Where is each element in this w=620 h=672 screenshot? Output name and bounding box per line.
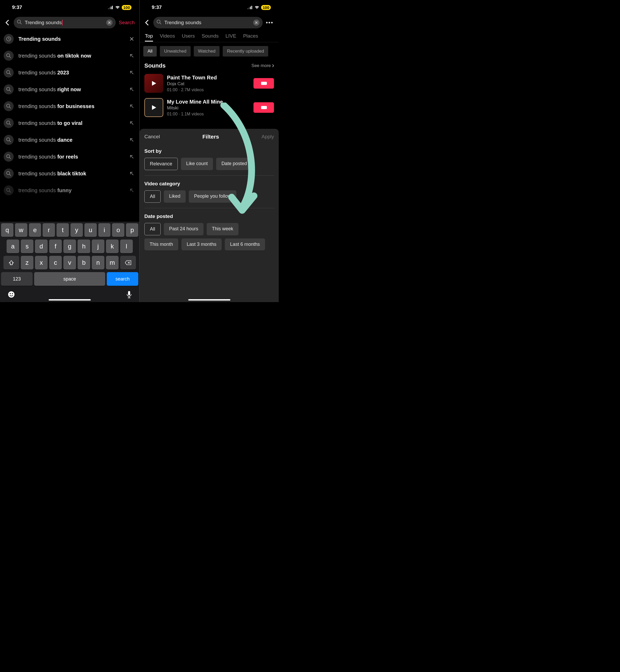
svg-point-9	[7, 70, 10, 73]
key-y[interactable]: y	[70, 223, 83, 237]
key-c[interactable]: c	[49, 256, 62, 269]
filter-chip[interactable]: Last 3 months	[182, 239, 222, 250]
battery-level: 100	[122, 5, 132, 10]
suggestion-item[interactable]: trending sounds on tiktok now	[4, 47, 136, 64]
suggestion-item[interactable]: Trending sounds	[4, 31, 136, 47]
insert-arrow-icon[interactable]	[128, 188, 136, 193]
remove-icon[interactable]	[128, 37, 136, 41]
cancel-button[interactable]: Cancel	[144, 134, 160, 140]
sound-thumbnail[interactable]	[144, 98, 163, 117]
key-u[interactable]: u	[85, 223, 97, 237]
home-indicator[interactable]	[188, 299, 230, 301]
key-n[interactable]: n	[92, 256, 104, 269]
key-k[interactable]: k	[106, 240, 118, 253]
insert-arrow-icon[interactable]	[128, 53, 136, 58]
suggestion-label: trending sounds 2023	[18, 70, 123, 76]
insert-arrow-icon[interactable]	[128, 171, 136, 176]
suggestion-item[interactable]: trending sounds to go viral	[4, 115, 136, 132]
search-input[interactable]: Trending sounds	[14, 17, 116, 29]
key-t[interactable]: t	[56, 223, 69, 237]
suggestion-item[interactable]: trending sounds funny	[4, 182, 136, 199]
see-more-button[interactable]: See more	[251, 63, 274, 68]
key-m[interactable]: m	[106, 256, 118, 269]
suggestion-item[interactable]: trending sounds black tiktok	[4, 165, 136, 182]
sound-item[interactable]: My Love Mine All MineMitski01:00 · 1.1M …	[140, 95, 279, 120]
filter-chip[interactable]: Like count	[181, 158, 213, 170]
emoji-icon[interactable]	[7, 291, 15, 300]
sound-item[interactable]: Paint The Town RedDoja Cat01:00 · 2.7M v…	[140, 71, 279, 95]
key-g[interactable]: g	[63, 240, 76, 253]
tab-places[interactable]: Places	[243, 33, 258, 39]
key-d[interactable]: d	[35, 240, 48, 253]
key-r[interactable]: r	[43, 223, 55, 237]
key-a[interactable]: a	[7, 240, 19, 253]
filter-chip[interactable]: This week	[207, 223, 239, 235]
numbers-key[interactable]: 123	[1, 272, 33, 286]
key-s[interactable]: s	[21, 240, 34, 253]
suggestion-item[interactable]: trending sounds 2023	[4, 64, 136, 81]
use-sound-button[interactable]	[254, 78, 274, 89]
key-l[interactable]: l	[120, 240, 133, 253]
filter-chip[interactable]: Last 6 months	[225, 239, 265, 250]
key-w[interactable]: w	[15, 223, 28, 237]
space-key[interactable]: space	[34, 272, 105, 286]
suggestion-label: trending sounds on tiktok now	[18, 53, 123, 59]
key-h[interactable]: h	[78, 240, 90, 253]
search-button[interactable]: Search	[119, 20, 136, 25]
shift-key[interactable]	[3, 256, 19, 269]
keyboard[interactable]: qwertyuiop asdfghjkl zxcvbnm 123 space s…	[0, 222, 139, 302]
apply-button[interactable]: Apply	[261, 134, 274, 140]
filter-chip[interactable]: All	[144, 223, 161, 235]
key-e[interactable]: e	[29, 223, 41, 237]
home-indicator[interactable]	[49, 299, 91, 301]
insert-arrow-icon[interactable]	[128, 87, 136, 92]
backspace-key[interactable]	[120, 256, 136, 269]
tab-users[interactable]: Users	[182, 33, 195, 39]
key-z[interactable]: z	[21, 256, 34, 269]
tab-sounds[interactable]: Sounds	[202, 33, 218, 39]
suggestion-item[interactable]: trending sounds for reels	[4, 148, 136, 165]
keyboard-search-key[interactable]: search	[107, 272, 138, 286]
insert-arrow-icon[interactable]	[128, 138, 136, 142]
suggestion-item[interactable]: trending sounds right now	[4, 81, 136, 98]
key-v[interactable]: v	[63, 256, 76, 269]
key-b[interactable]: b	[78, 256, 90, 269]
insert-arrow-icon[interactable]	[128, 121, 136, 125]
insert-arrow-icon[interactable]	[128, 154, 136, 159]
back-button[interactable]	[4, 20, 10, 25]
insert-arrow-icon[interactable]	[128, 70, 136, 75]
key-p[interactable]: p	[126, 223, 138, 237]
filter-chip[interactable]: Relevance	[144, 158, 178, 170]
filter-chip[interactable]: People you follow	[189, 190, 237, 203]
chip-recently-uploaded[interactable]: Recently uploaded	[223, 46, 268, 56]
key-i[interactable]: i	[98, 223, 111, 237]
tab-top[interactable]: Top	[145, 33, 153, 39]
key-j[interactable]: j	[92, 240, 104, 253]
use-sound-button[interactable]	[254, 102, 274, 113]
sound-thumbnail[interactable]	[144, 74, 163, 93]
filter-chip[interactable]: All	[144, 190, 161, 203]
filter-chip[interactable]: Past 24 hours	[164, 223, 204, 235]
mic-icon[interactable]	[126, 291, 132, 300]
back-button[interactable]	[143, 20, 150, 25]
tab-videos[interactable]: Videos	[160, 33, 175, 39]
search-input[interactable]: Trending sounds	[153, 17, 263, 29]
suggestion-item[interactable]: trending sounds dance	[4, 132, 136, 148]
insert-arrow-icon[interactable]	[128, 104, 136, 109]
clear-icon[interactable]	[106, 19, 112, 26]
key-f[interactable]: f	[49, 240, 62, 253]
clear-icon[interactable]	[253, 19, 260, 26]
suggestion-item[interactable]: trending sounds for businesses	[4, 98, 136, 115]
filter-chip[interactable]: Date posted	[216, 158, 252, 170]
filter-chip[interactable]: This month	[144, 239, 178, 250]
svg-point-19	[7, 155, 10, 158]
chip-watched[interactable]: Watched	[194, 46, 219, 56]
more-button[interactable]: •••	[266, 19, 275, 26]
key-x[interactable]: x	[35, 256, 48, 269]
key-o[interactable]: o	[112, 223, 124, 237]
key-q[interactable]: q	[1, 223, 13, 237]
tab-live[interactable]: LIVE	[225, 33, 236, 39]
chip-all[interactable]: All	[143, 46, 157, 56]
filter-chip[interactable]: Liked	[164, 190, 186, 203]
chip-unwatched[interactable]: Unwatched	[160, 46, 191, 56]
